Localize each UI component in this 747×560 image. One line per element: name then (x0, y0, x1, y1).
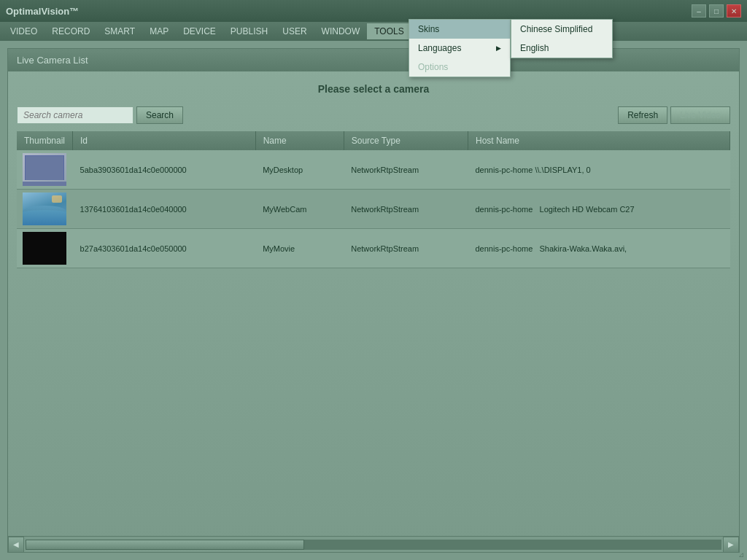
menu-video[interactable]: VIDEO (3, 23, 44, 39)
tools-menu-options: Options (409, 58, 510, 77)
scroll-area: ◀ ▶ (8, 536, 739, 552)
window-controls: – □ ✕ (692, 4, 741, 18)
camera-table: Thumbnail Id Name Source Type Host Name (17, 131, 730, 268)
main-content: Live Camera List Please select a camera … (0, 41, 747, 560)
row-host: dennis-pc-home Logitech HD Webcam C27 (468, 190, 729, 229)
menu-record[interactable]: RECORD (44, 23, 97, 39)
thumbnail-cell (17, 190, 73, 229)
search-input[interactable] (17, 106, 133, 124)
col-name: Name (255, 131, 344, 150)
resize-handle[interactable]: ⊿ (738, 551, 744, 559)
menu-smart[interactable]: SMART (97, 23, 142, 39)
col-host-name: Host Name (468, 131, 729, 150)
menu-bar: VIDEO RECORD SMART MAP DEVICE PUBLISH US… (0, 22, 747, 41)
scroll-track[interactable] (26, 540, 721, 550)
row-source-type: NetworkRtpStream (344, 150, 468, 190)
table-row[interactable]: b27a4303601da14c0e050000 MyMovie Network… (17, 229, 730, 268)
panel-title: Live Camera List (8, 49, 739, 71)
menu-user[interactable]: USER (275, 23, 314, 39)
row-source-type: NetworkRtpStream (344, 190, 468, 229)
row-name: MyWebCam (255, 190, 344, 229)
thumbnail-webcam (23, 192, 66, 225)
scroll-right-button[interactable]: ▶ (723, 537, 739, 553)
app-title: OptimalVision™ (6, 6, 79, 17)
row-host: dennis-pc-home Shakira-Waka.Waka.avi, (468, 229, 729, 268)
search-button[interactable]: Search (136, 106, 183, 124)
row-id: b27a4303601da14c0e050000 (73, 229, 256, 268)
submenu-arrow-icon: ▶ (496, 44, 501, 52)
menu-tools[interactable]: TOOLS (367, 23, 411, 39)
thumbnail-movie (23, 232, 66, 265)
row-host: dennis-pc-home \\.\DISPLAY1, 0 (468, 150, 729, 190)
close-button[interactable]: ✕ (727, 4, 741, 18)
title-bar: OptimalVision™ – □ ✕ (0, 0, 747, 22)
row-name: MyDesktop (255, 150, 344, 190)
row-name: MyMovie (255, 229, 344, 268)
col-source-type: Source Type (344, 131, 468, 150)
menu-publish[interactable]: PUBLISH (223, 23, 275, 39)
lang-chinese-simplified[interactable]: Chinese Simplified (511, 20, 612, 39)
row-id: 13764103601da14c0e040000 (73, 190, 256, 229)
select-prompt: Please select a camera (17, 80, 730, 98)
col-thumbnail: Thumbnail (17, 131, 73, 150)
refresh-button[interactable]: Refresh (618, 106, 667, 124)
camera-panel: Live Camera List Please select a camera … (7, 48, 740, 553)
row-id: 5aba3903601da14c0e000000 (73, 150, 256, 190)
panel-body: Please select a camera Search Refresh Li… (8, 71, 739, 277)
tools-dropdown: Skins Languages ▶ Options (409, 19, 511, 77)
tools-menu-languages[interactable]: Languages ▶ (409, 39, 510, 58)
menu-device[interactable]: DEVICE (176, 23, 223, 39)
scroll-left-button[interactable]: ◀ (8, 537, 24, 553)
camera-table-body: 5aba3903601da14c0e000000 MyDesktop Netwo… (17, 150, 730, 268)
col-id: Id (73, 131, 256, 150)
scroll-thumb[interactable] (26, 540, 304, 550)
table-row[interactable]: 13764103601da14c0e040000 MyWebCam Networ… (17, 190, 730, 229)
tools-menu-skins[interactable]: Skins (409, 20, 510, 39)
thumbnail-desktop (23, 153, 66, 186)
row-source-type: NetworkRtpStream (344, 229, 468, 268)
table-row[interactable]: 5aba3903601da14c0e000000 MyDesktop Netwo… (17, 150, 730, 190)
minimize-button[interactable]: – (692, 4, 706, 18)
maximize-button[interactable]: □ (709, 4, 724, 18)
languages-submenu: Chinese Simplified English (511, 19, 613, 58)
menu-map[interactable]: MAP (142, 23, 176, 39)
live-video-button[interactable]: Live Video (670, 106, 730, 124)
toolbar: Search Refresh Live Video (17, 106, 730, 124)
thumbnail-cell (17, 150, 73, 190)
thumbnail-cell (17, 229, 73, 268)
table-header-row: Thumbnail Id Name Source Type Host Name (17, 131, 730, 150)
menu-window[interactable]: WINDOW (314, 23, 368, 39)
lang-english[interactable]: English (511, 39, 612, 58)
